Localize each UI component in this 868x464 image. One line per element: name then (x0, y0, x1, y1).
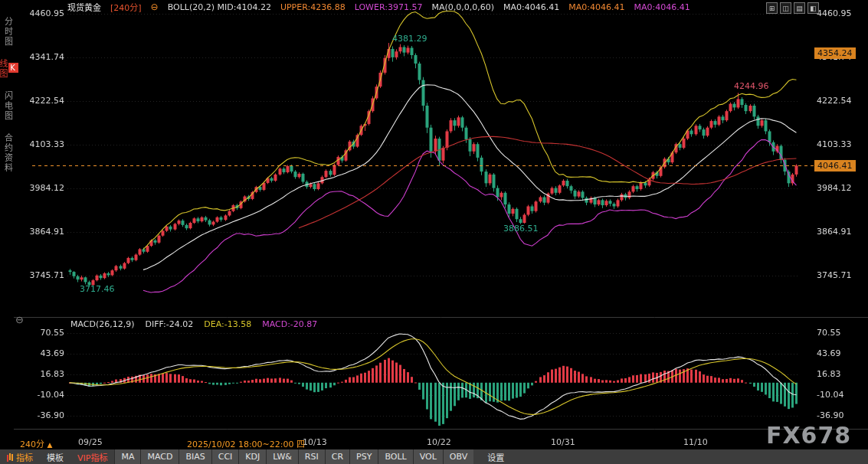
window-layout-controls: ⊞ ◫ ▤ ◧ (766, 2, 819, 14)
macd-tick-label: -36.90 (20, 410, 64, 420)
macd-title: MACD(26,12,9) (70, 319, 135, 329)
toolbar-button-kdj[interactable]: KDJ (238, 449, 266, 464)
timeframe-label: [240分] (110, 1, 142, 13)
macd-tick-label: 16.83 (20, 369, 64, 379)
price-tick-label: 4222.54 (20, 96, 64, 106)
price-tick-label: 3984.12 (817, 183, 852, 193)
annotation-swing-high: 4244.96 (734, 81, 769, 91)
candlestick-chart-canvas[interactable] (0, 0, 868, 464)
symbol-name: 现货黄金 (67, 1, 101, 13)
price-tick-label: 3864.91 (817, 227, 852, 237)
indicator-legend-bar: 现货黄金 [240分] ⊖ BOLL(20,2) MID:4104.22 UPP… (0, 0, 758, 14)
price-tick-label: 4222.54 (817, 96, 852, 106)
toolbar-button-macd[interactable]: MACD (140, 449, 179, 464)
toolbar-button-cr[interactable]: CR (325, 449, 349, 464)
macd-tick-label: -10.04 (20, 390, 64, 400)
boll-mid-legend: BOLL(20,2) MID:4104.22 (168, 2, 271, 12)
indicator-icon (9, 453, 11, 460)
layout-grid-icon[interactable]: ⊞ (766, 2, 778, 14)
toolbar-button-ma[interactable]: MA (114, 449, 140, 464)
macd-tick-label: -10.04 (817, 390, 843, 400)
period-label: 240分 (20, 439, 44, 449)
period-selector[interactable]: 240分 ▲ (20, 437, 52, 449)
ma0-legend-3: MA0:4046.41 (634, 2, 689, 12)
x-axis-label: 09/25 (78, 437, 103, 447)
ma0-legend-2: MA0:4046.41 (568, 2, 624, 12)
annotation-period-high: 4381.29 (392, 34, 427, 44)
price-tick-label: 4341.74 (20, 52, 64, 62)
toolbar-template-tab[interactable]: 模板 (40, 449, 70, 464)
kline-badge: K (8, 63, 18, 73)
macd-tick-label: 70.55 (20, 328, 64, 338)
toolbar-button-boll[interactable]: BOLL (378, 449, 412, 464)
price-tick-label: 3745.71 (817, 270, 852, 280)
toolbar-indicator-label: 指标 (16, 451, 33, 463)
chart-type-sidebar: 分时图 K 线图 闪电图 合约资料 (1, 17, 14, 173)
price-tick-label: 4103.33 (20, 139, 64, 149)
macd-dea-value: DEA:-13.58 (204, 319, 251, 329)
crosshair-time-info: 2025/10/02 18:00~22:00 四 (187, 437, 305, 449)
price-tag-last: 4046.41 (814, 160, 856, 172)
layout-half-icon[interactable]: ◧ (807, 2, 819, 14)
sidebar-tab-kline[interactable]: K 线图 (0, 59, 18, 79)
sidebar-tab-lightning-chart[interactable]: 闪电图 (2, 91, 14, 121)
macd-tick-label: 43.69 (20, 348, 64, 358)
ma-params-legend: MA(0,0,0,0,60) (431, 2, 494, 12)
toolbar-button-lwr[interactable]: LW& (266, 449, 298, 464)
macd-macd-value: MACD:-20.87 (262, 319, 317, 329)
boll-lower-legend: LOWER:3971.57 (355, 2, 423, 12)
layout-rows-icon[interactable]: ▤ (794, 2, 805, 14)
trading-terminal: 现货黄金 [240分] ⊖ BOLL(20,2) MID:4104.22 UPP… (0, 0, 868, 464)
toolbar-button-obv[interactable]: OBV (443, 449, 473, 464)
macd-tick-label: -36.90 (817, 410, 843, 420)
toolbar-vip-tab[interactable]: VIP指标 (70, 449, 114, 464)
layout-split-icon[interactable]: ◫ (780, 2, 791, 14)
collapse-legend-icon[interactable]: ⊖ (151, 2, 159, 11)
x-axis-label: 10/31 (551, 437, 575, 447)
chevron-up-icon: ▲ (47, 441, 53, 449)
fx678-watermark: FX678 (766, 422, 851, 449)
sidebar-tab-kline-label: 线图 (0, 59, 8, 79)
macd-tick-label: 70.55 (817, 328, 841, 338)
macd-legend: MACD(26,12,9) DIFF:-24.02 DEA:-13.58 MAC… (70, 319, 317, 329)
x-axis-label: 11/10 (683, 437, 708, 447)
macd-tick-label: 16.83 (817, 369, 841, 379)
annotation-swing-low: 3886.51 (503, 224, 539, 234)
price-tick-label: 4103.33 (817, 139, 852, 149)
toolbar-button-rsi[interactable]: RSI (298, 449, 325, 464)
toolbar-button-bias[interactable]: BIAS (179, 449, 211, 464)
x-axis-label: 10/13 (303, 437, 327, 447)
toolbar-button-psy[interactable]: PSY (349, 449, 378, 464)
toolbar-settings-button[interactable]: 设置 (481, 449, 510, 464)
sidebar-tab-contract-info[interactable]: 合约资料 (2, 133, 14, 173)
macd-tick-label: 43.69 (817, 348, 841, 358)
annotation-period-low: 3717.46 (80, 284, 115, 294)
price-tick-label: 4460.95 (817, 8, 852, 18)
price-tick-label: 3984.12 (20, 183, 64, 193)
toolbar-button-cci[interactable]: CCI (211, 449, 239, 464)
price-tick-label: 3745.71 (20, 270, 64, 280)
sidebar-tab-time-chart[interactable]: 分时图 (2, 17, 14, 47)
ma0-legend-1: MA0:4046.41 (503, 2, 559, 12)
price-tag-upper: 4354.24 (814, 47, 856, 59)
price-tick-label: 3864.91 (20, 227, 64, 237)
toolbar-indicator-tab[interactable]: 指标 (0, 449, 40, 464)
boll-upper-legend: UPPER:4236.88 (280, 2, 346, 12)
macd-diff-value: DIFF:-24.02 (146, 319, 194, 329)
collapse-panel-icon[interactable]: ⊖ (15, 314, 24, 325)
toolbar-button-vol[interactable]: VOL (413, 449, 443, 464)
bottom-toolbar: 指标 模板 VIP指标 MA MACD BIAS CCI KDJ LW& RSI… (0, 449, 868, 464)
x-axis-label: 10/22 (427, 437, 451, 447)
